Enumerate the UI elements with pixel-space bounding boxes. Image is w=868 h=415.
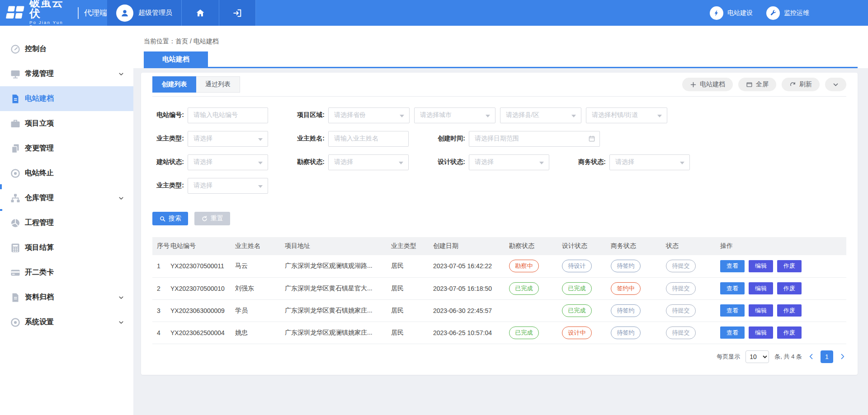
create-time-date-input[interactable]: 请选择日期范围 [469,131,600,147]
cell-owner: 姚忠 [235,322,285,344]
region-village-select[interactable]: 请选择村镇/街道 [586,107,667,123]
column-header-design: 设计状态 [562,237,611,255]
void-button[interactable]: 作废 [777,282,802,294]
nav-monitor-ops[interactable]: 监控运维 [766,6,809,20]
view-button[interactable]: 查看 [720,282,745,294]
edit-button[interactable]: 编辑 [749,326,773,339]
refresh-button-label: 刷新 [799,80,812,89]
placeholder-text: 请选择 [193,158,212,166]
gauge-icon [10,44,21,55]
owner-type-select[interactable]: 请选择 [188,131,268,147]
design-status-select[interactable]: 请选择 [469,154,549,170]
void-button[interactable]: 作废 [777,304,802,317]
cell-type: 居民 [391,322,433,344]
prev-page-button[interactable] [807,353,815,360]
nav-station-build-label: 电站建设 [727,9,753,17]
cell-no: 4 [152,322,170,344]
table-row: 4YX2023062500004姚忠广东深圳龙华区观澜镇姚家庄...居民2023… [152,322,846,344]
chevron-down-icon [118,294,124,301]
business-status-select[interactable]: 请选择 [609,154,690,170]
reset-button[interactable]: 重置 [194,212,230,225]
build-status-select[interactable]: 请选择 [188,154,268,170]
tab-passed-list[interactable]: 通过列表 [196,76,240,93]
sidebar-item-project-settlement[interactable]: 项目结算 [0,235,133,260]
placeholder-text: 请选择日期范围 [475,135,519,143]
sidebar-item-warehouse-management[interactable]: 仓库管理 [0,186,133,210]
cell-address: 广东深圳龙华区观澜镇姚家庄... [285,322,391,344]
cell-no: 2 [152,277,170,299]
collapse-button[interactable] [825,78,846,91]
station-filing-add-button[interactable]: 电站建档 [682,78,733,91]
sidebar-item-system-settings[interactable]: 系统设置 [0,310,133,335]
sidebar-item-station-filing[interactable]: 电站建档 [0,86,133,111]
cell-type: 居民 [391,255,433,277]
cell-owner: 学员 [235,299,285,322]
placeholder-text: 请选择 [193,135,212,143]
edit-button[interactable]: 编辑 [749,282,773,294]
view-button[interactable]: 查看 [720,260,745,272]
cell-design: 设计中 [562,322,611,344]
tab-underline [144,67,858,68]
tab-create-list[interactable]: 创建列表 [152,76,196,93]
briefcase-icon [10,118,21,129]
chevron-down-icon [118,319,124,326]
cell-survey [509,299,562,322]
sidebar-item-second-class-card[interactable]: 开二类卡 [0,260,133,285]
per-page-select[interactable]: 10 [745,350,769,363]
owner-name-input[interactable]: 请输入业主姓名 [328,131,409,147]
placeholder-text: 请输入业主姓名 [334,135,378,143]
sidebar-item-data-archive[interactable]: 资料归档 [0,285,133,310]
region-county-select[interactable]: 请选择县/区 [500,107,581,123]
station-code-input[interactable]: 请输入电站编号 [188,107,268,123]
owner-type-2-filter-group: 业主类型:请选择 [152,178,268,194]
table-row: 3YX2023063000009学员广东深圳龙华区黄石镇姚家庄...居民2023… [152,299,846,322]
cell-actions: 查看编辑作废 [720,322,846,344]
survey-status-select[interactable]: 请选择 [328,154,409,170]
home-button[interactable] [182,0,219,26]
placeholder-text: 请选择 [475,158,494,166]
fullscreen-button[interactable]: 全屏 [738,78,776,91]
page-number-button[interactable]: 1 [821,350,833,363]
user-menu[interactable]: 超级管理员 [107,0,182,26]
status-badge: 待提交 [666,304,696,317]
breadcrumb-home-link[interactable]: 首页 [175,37,188,45]
sidebar-item-console[interactable]: 控制台 [0,37,133,61]
filter-row: 建站状态:请选择勘察状态:请选择设计状态:请选择商务状态:请选择 [152,150,846,174]
cell-created: 2023-07-05 16:18:50 [433,277,509,299]
page-tab[interactable]: 电站建档 [144,51,208,67]
next-page-button[interactable] [839,353,846,360]
placeholder-text: 请输入电站编号 [193,111,238,119]
sidebar-item-engineering-management[interactable]: 工程管理 [0,210,133,235]
view-button[interactable]: 查看 [720,326,745,339]
sidebar-item-label: 系统设置 [25,317,54,327]
column-header-created: 创建日期 [433,237,509,255]
logout-button[interactable] [219,0,256,26]
status-badge: 设计中 [562,326,592,339]
region-province-select[interactable]: 请选择省份 [328,107,410,123]
sidebar-item-change-management[interactable]: 变更管理 [0,136,133,161]
void-button[interactable]: 作废 [777,326,802,339]
sidebar-item-label: 资料归档 [25,293,54,302]
column-header-type: 业主类型 [391,237,433,255]
sidebar-item-station-termination[interactable]: 电站终止 [0,161,133,186]
owner-type-2-select[interactable]: 请选择 [188,178,268,194]
search-button[interactable]: 搜索 [152,212,188,225]
view-button[interactable]: 查看 [720,304,745,317]
region-city-select[interactable]: 请选择城市 [414,107,495,123]
refresh-icon [789,81,796,88]
cell-owner: 马云 [235,255,285,277]
edit-button[interactable]: 编辑 [749,260,773,272]
refresh-button[interactable]: 刷新 [782,78,820,91]
cell-code: YX2023062500004 [170,322,235,344]
card-icon [10,267,21,278]
void-button[interactable]: 作废 [777,260,802,272]
sitemap-icon [10,193,21,204]
per-page-label: 每页显示 [717,353,740,361]
nav-station-build[interactable]: 电站建设 [710,6,753,20]
sidebar-item-project-initiation[interactable]: 项目立项 [0,111,133,136]
sidebar-item-general-management[interactable]: 常规管理 [0,61,133,86]
column-header-actions: 操作 [720,237,846,255]
edit-button[interactable]: 编辑 [749,304,773,317]
create-time-filter-label: 创建时间: [434,135,465,143]
cell-created: 2023-06-30 22:45:57 [433,299,509,322]
